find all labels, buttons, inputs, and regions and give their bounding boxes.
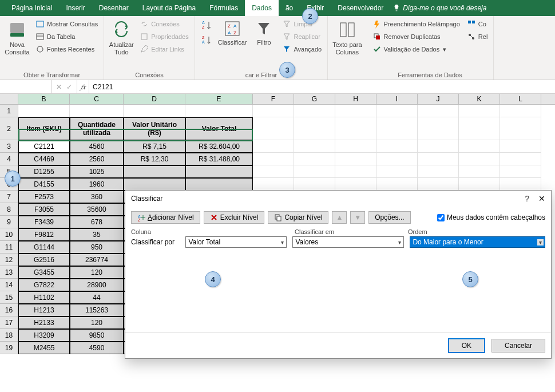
table-cell[interactable]: 28900 <box>70 279 124 291</box>
tab-formulas[interactable]: Fórmulas <box>203 0 245 16</box>
table-cell[interactable]: 115263 <box>70 304 124 316</box>
table-cell[interactable]: 4560 <box>70 140 124 153</box>
table-cell[interactable]: R$ 7,15 <box>124 140 185 153</box>
table-cell[interactable]: 360 <box>70 191 124 203</box>
table-header[interactable]: Valor Total <box>185 117 253 140</box>
sort-on-select[interactable]: Valores▾ <box>292 236 404 248</box>
filter-button[interactable]: Filtro <box>250 18 278 47</box>
col-header[interactable]: J <box>418 94 459 104</box>
delete-level-button[interactable]: Excluir Nível <box>204 211 265 224</box>
formula-input[interactable]: C2121 <box>89 83 555 91</box>
sort-desc-button[interactable]: ZA <box>199 33 215 47</box>
table-cell[interactable]: 9850 <box>70 329 124 342</box>
table-cell[interactable]: 236774 <box>70 254 124 266</box>
tab-developer[interactable]: Desenvolvedor <box>331 0 390 16</box>
dialog-title-bar[interactable]: Classificar ? ✕ <box>125 191 551 207</box>
col-header[interactable]: K <box>459 94 500 104</box>
ok-button[interactable]: OK <box>449 339 485 353</box>
name-box[interactable] <box>0 80 51 93</box>
sort-asc-button[interactable]: AZ <box>199 18 215 32</box>
table-cell[interactable]: R$ 31.488,00 <box>185 153 253 165</box>
table-cell[interactable]: H3209 <box>18 329 70 342</box>
table-cell[interactable]: H2133 <box>18 316 70 329</box>
table-cell[interactable]: R$ 12,30 <box>124 153 185 165</box>
table-cell[interactable]: G1144 <box>18 241 70 254</box>
help-icon[interactable]: ? <box>525 194 529 203</box>
table-cell[interactable] <box>185 165 253 178</box>
consolidate-button[interactable]: Co <box>465 18 490 30</box>
table-cell[interactable]: 120 <box>70 316 124 329</box>
advanced-button[interactable]: Avançado <box>280 43 324 55</box>
table-header[interactable]: Item (SKU) <box>18 117 70 140</box>
table-cell[interactable]: R$ 32.604,00 <box>185 140 253 153</box>
confirm-formula-icon[interactable]: ✓ <box>66 83 72 91</box>
col-header[interactable]: H <box>335 94 376 104</box>
col-header[interactable]: E <box>185 94 253 104</box>
text-to-columns-button[interactable]: Texto para Colunas <box>331 18 363 57</box>
tab-review-partial[interactable]: ão <box>279 0 300 16</box>
cancel-formula-icon[interactable]: ✕ <box>56 83 62 91</box>
table-cell[interactable]: 678 <box>70 216 124 228</box>
table-cell[interactable] <box>185 178 253 191</box>
select-all[interactable] <box>0 94 18 104</box>
tab-home[interactable]: Página Inicial <box>5 0 59 16</box>
table-cell[interactable]: D1255 <box>18 165 70 178</box>
col-header[interactable]: D <box>124 94 185 104</box>
table-cell[interactable]: 1960 <box>70 178 124 191</box>
fx-icon[interactable]: 𝑓𝑥 <box>77 80 89 93</box>
data-validation-button[interactable]: Validação de Dados▾ <box>370 43 462 55</box>
new-query-button[interactable]: Nova Consulta <box>3 18 31 57</box>
headers-checkbox-input[interactable] <box>437 214 445 221</box>
relationships-button[interactable]: Rel <box>465 31 490 42</box>
from-table-button[interactable]: Da Tabela <box>33 31 100 42</box>
table-cell[interactable]: G2516 <box>18 254 70 266</box>
table-header[interactable]: Quantidade utilizada <box>70 117 124 140</box>
col-header[interactable]: G <box>294 94 335 104</box>
table-cell[interactable]: M2455 <box>18 342 70 354</box>
tab-layout[interactable]: Layout da Página <box>136 0 203 16</box>
table-cell[interactable]: 2560 <box>70 153 124 165</box>
table-header[interactable]: Valor Unitário (R$) <box>124 117 185 140</box>
table-cell[interactable]: 120 <box>70 266 124 279</box>
tab-insert[interactable]: Inserir <box>59 0 92 16</box>
table-cell[interactable]: H1213 <box>18 304 70 316</box>
col-header[interactable]: L <box>500 94 541 104</box>
table-cell[interactable]: 4590 <box>70 342 124 354</box>
copy-level-button[interactable]: Copiar Nível <box>268 211 328 224</box>
table-cell[interactable] <box>124 178 185 191</box>
sort-by-select[interactable]: Valor Total▾ <box>185 236 287 248</box>
table-cell[interactable]: G3455 <box>18 266 70 279</box>
order-select[interactable]: Do Maior para o Menor▾ <box>410 236 545 248</box>
tell-me[interactable]: Diga-me o que você deseja <box>393 4 486 12</box>
sort-button[interactable]: ZAAZ Classificar <box>217 18 248 47</box>
table-cell[interactable]: 35 <box>70 228 124 241</box>
add-level-button[interactable]: AZAdicionar Nível <box>131 211 200 224</box>
table-cell[interactable]: 44 <box>70 291 124 304</box>
table-cell[interactable]: F2573 <box>18 191 70 203</box>
recent-sources-button[interactable]: Fontes Recentes <box>33 43 100 55</box>
table-cell[interactable] <box>124 165 185 178</box>
table-cell[interactable]: 950 <box>70 241 124 254</box>
col-header[interactable]: F <box>253 94 294 104</box>
headers-checkbox[interactable]: Meus dados contêm cabeçalhos <box>437 213 545 221</box>
remove-duplicates-button[interactable]: Remover Duplicatas <box>370 31 462 42</box>
flash-fill-button[interactable]: Preenchimento Relâmpago <box>370 18 462 30</box>
table-cell[interactable]: 1025 <box>70 165 124 178</box>
tab-draw[interactable]: Desenhar <box>92 0 136 16</box>
col-header[interactable]: C <box>70 94 124 104</box>
table-cell[interactable]: D4155 <box>18 178 70 191</box>
cancel-button[interactable]: Cancelar <box>491 339 545 353</box>
table-cell[interactable]: G7822 <box>18 279 70 291</box>
tab-data[interactable]: Dados <box>245 0 279 16</box>
table-cell[interactable]: F9812 <box>18 228 70 241</box>
col-header[interactable]: B <box>18 94 70 104</box>
table-cell[interactable]: C2121 <box>18 140 70 153</box>
options-button[interactable]: Opções... <box>368 211 410 224</box>
table-cell[interactable]: C4469 <box>18 153 70 165</box>
table-cell[interactable]: 35600 <box>70 203 124 216</box>
close-icon[interactable]: ✕ <box>538 194 545 203</box>
show-queries-button[interactable]: Mostrar Consultas <box>33 18 100 30</box>
table-cell[interactable]: H1102 <box>18 291 70 304</box>
table-cell[interactable]: F3439 <box>18 216 70 228</box>
table-cell[interactable]: F3055 <box>18 203 70 216</box>
